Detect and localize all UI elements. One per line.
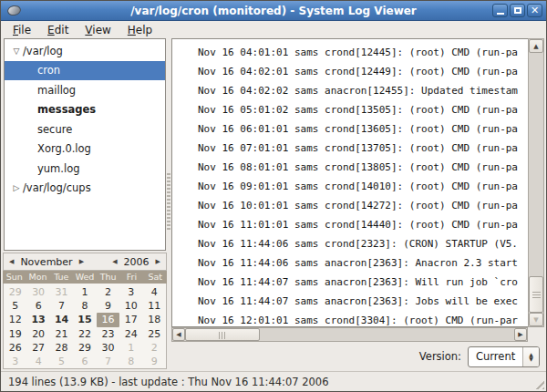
calendar-day[interactable]: 8 [73, 299, 96, 313]
menu-help[interactable]: Help [119, 23, 160, 37]
calendar-day[interactable]: 29 [73, 341, 96, 355]
tree-item-maillog[interactable]: maillog [5, 80, 165, 100]
calendar-day[interactable]: 29 [4, 285, 26, 299]
calendar-day[interactable]: 2 [97, 285, 119, 299]
calendar-day[interactable]: 24 [119, 327, 142, 341]
calendar-day[interactable]: 30 [97, 341, 119, 355]
tree-item-var-log[interactable]: ▽ /var/log [5, 41, 165, 61]
calendar-day[interactable]: 7 [50, 299, 73, 313]
calendar-day[interactable]: 20 [26, 327, 49, 341]
calendar-day[interactable]: 17 [119, 313, 142, 326]
calendar-day[interactable]: 3 [4, 355, 26, 368]
menubar: File Edit View Help [1, 21, 546, 38]
calendar-day[interactable]: 19 [4, 327, 26, 341]
scrollbar-corner [528, 327, 544, 342]
calendar-day[interactable]: 4 [26, 355, 49, 368]
calendar-day-selected[interactable]: 16 [97, 313, 119, 326]
combo-spinner[interactable]: ▲ ▼ [522, 347, 539, 366]
tree-item-label: secure [37, 123, 72, 136]
calendar-day[interactable]: 4 [143, 285, 166, 299]
calendar-day[interactable]: 18 [143, 313, 166, 326]
calendar-day[interactable]: 2 [143, 341, 166, 355]
calendar-day[interactable]: 31 [50, 285, 73, 299]
calendar-day[interactable]: 23 [97, 327, 119, 341]
version-combobox[interactable]: Current ▲ ▼ [468, 346, 540, 367]
expander-open-icon[interactable]: ▽ [10, 46, 23, 56]
prev-year-icon[interactable]: ◀ [111, 256, 118, 267]
calendar-day[interactable]: 1 [119, 341, 142, 355]
weekday-label: Sun [3, 271, 26, 284]
titlebar[interactable]: /var/log/cron (monitored) - System Log V… [1, 1, 546, 21]
vertical-scrollbar-thumb[interactable] [529, 276, 543, 313]
calendar-day[interactable]: 9 [143, 355, 166, 368]
calendar-day[interactable]: 10 [119, 299, 142, 313]
tree-item-xorg-log[interactable]: Xorg.0.log [5, 139, 165, 160]
menu-edit[interactable]: Edit [39, 23, 77, 37]
scroll-down-button[interactable]: ▼ [529, 313, 543, 326]
weekday-label: Sat [143, 271, 167, 284]
calendar-day[interactable]: 12 [4, 313, 26, 326]
calendar-day[interactable]: 6 [73, 355, 96, 368]
calendar-day[interactable]: 21 [50, 327, 73, 341]
close-button[interactable]: ✕ [527, 4, 542, 17]
calendar-day[interactable]: 1 [73, 285, 96, 299]
year-label: 2006 [124, 256, 150, 268]
next-year-icon[interactable]: ▶ [155, 256, 161, 267]
scroll-right-button[interactable]: ▶ [514, 328, 527, 341]
calendar-day[interactable]: 6 [26, 299, 49, 313]
calendar-day[interactable]: 28 [50, 341, 73, 355]
calendar-day[interactable]: 27 [26, 341, 49, 355]
calendar-day[interactable]: 30 [26, 285, 49, 299]
calendar-day[interactable]: 15 [73, 313, 96, 326]
month-label: November [20, 256, 72, 268]
spinner-down-icon: ▼ [529, 356, 533, 361]
menu-view[interactable]: View [77, 23, 119, 37]
calendar-day[interactable]: 22 [73, 327, 96, 341]
vertical-scrollbar[interactable]: ▲ ▼ [528, 38, 544, 327]
log-line: Nov 16 11:44:07 sams anacron[2363]: Will… [198, 273, 528, 292]
weekday-label: Wed [73, 271, 97, 284]
tree-item-cron[interactable]: cron [5, 61, 165, 81]
next-month-icon[interactable]: ▶ [78, 256, 85, 267]
splitter-grip-icon [167, 173, 170, 230]
minimize-button[interactable] [492, 4, 508, 17]
arrow-right-icon: ▶ [518, 331, 522, 338]
resize-grip[interactable] [532, 377, 544, 389]
menu-file[interactable]: File [5, 23, 39, 37]
expander-closed-icon[interactable]: ▷ [10, 183, 23, 192]
log-content-view[interactable]: Nov 16 04:01:01 sams crond[12445]: (root… [171, 38, 528, 327]
log-line: Nov 16 04:02:01 sams crond[12449]: (root… [198, 62, 528, 81]
calendar-day[interactable]: 3 [119, 285, 142, 299]
log-file-tree: ▽ /var/log cron maillog messages secure … [4, 38, 166, 251]
arrow-down-icon: ▼ [533, 316, 538, 324]
weekday-label: Mon [26, 271, 50, 284]
tree-item-secure[interactable]: secure [5, 119, 165, 139]
scroll-up-button[interactable]: ▲ [529, 39, 543, 53]
tree-item-messages[interactable]: messages [5, 100, 165, 120]
calendar-day[interactable]: 11 [143, 299, 166, 313]
weekday-header: Sun Mon Tue Wed Thu Fri Sat [3, 271, 167, 284]
calendar-day[interactable]: 25 [143, 327, 166, 341]
horizontal-scrollbar[interactable]: ◀ ▶ [171, 327, 528, 342]
log-line: Nov 16 11:44:07 sams anacron[2363]: Jobs… [198, 292, 528, 311]
tree-item-label: maillog [37, 84, 76, 97]
calendar-day[interactable]: 14 [50, 313, 73, 326]
thumb-grip-icon [219, 332, 227, 339]
calendar-day[interactable]: 26 [4, 341, 26, 355]
calendar-day[interactable]: 5 [50, 355, 73, 368]
calendar-day[interactable]: 13 [26, 313, 49, 326]
calendar-day[interactable]: 8 [119, 355, 142, 368]
prev-month-icon[interactable]: ◀ [8, 256, 15, 267]
minimize-icon [497, 13, 504, 15]
calendar-day[interactable]: 9 [97, 299, 119, 313]
calendar-day[interactable]: 7 [97, 355, 119, 368]
scroll-left-button[interactable]: ◀ [172, 328, 185, 341]
maximize-button[interactable] [510, 4, 525, 17]
horizontal-scrollbar-thumb[interactable] [185, 328, 260, 341]
close-icon: ✕ [531, 5, 539, 16]
tree-item-label: yum.log [37, 162, 79, 175]
calendar-day[interactable]: 5 [4, 299, 26, 313]
tree-item-var-log-cups[interactable]: ▷ /var/log/cups [5, 179, 165, 199]
tree-item-yum-log[interactable]: yum.log [5, 159, 165, 179]
year-nav: ◀ 2006 ▶ [111, 256, 161, 268]
